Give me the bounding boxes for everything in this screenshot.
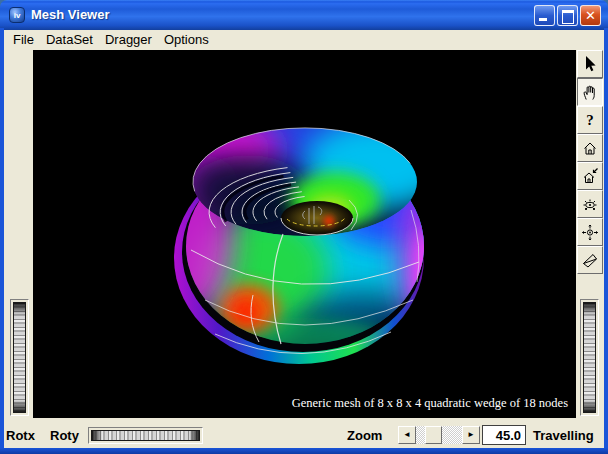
window-border-left — [0, 28, 4, 454]
help-icon: ? — [586, 112, 594, 129]
zoom-slider-left-arrow[interactable]: ◄ — [398, 426, 416, 444]
zoom-slider-right-arrow[interactable]: ► — [462, 426, 480, 444]
maximize-button[interactable] — [557, 5, 578, 26]
rotx-thumbwheel[interactable] — [10, 299, 29, 416]
view-all-button[interactable] — [577, 190, 603, 218]
home-button[interactable] — [577, 134, 603, 162]
seek-button[interactable] — [577, 218, 603, 246]
menu-options[interactable]: Options — [158, 30, 215, 49]
viewer-mode-label: Travelling — [533, 428, 594, 443]
window-border-bottom — [0, 448, 608, 454]
seek-crosshair-icon — [581, 223, 599, 241]
pan-hand-button[interactable] — [577, 78, 603, 106]
pointer-button[interactable] — [577, 50, 603, 78]
zoom-label: Zoom — [347, 428, 382, 443]
viewer-toolbar: ? — [577, 50, 604, 274]
scene-caption: Generic mesh of 8 x 8 x 4 quadratic wedg… — [292, 396, 568, 411]
app-icon: iv — [9, 7, 25, 23]
projection-button[interactable] — [577, 246, 603, 274]
window-border-right — [604, 28, 608, 454]
rotx-label: Rotx — [6, 428, 35, 443]
render-viewport[interactable]: Generic mesh of 8 x 8 x 4 quadratic wedg… — [33, 50, 576, 418]
projection-icon — [581, 251, 599, 269]
window-title: Mesh Viewer — [31, 0, 110, 30]
zoom-value-field[interactable] — [482, 425, 526, 445]
minimize-button[interactable] — [534, 5, 555, 26]
help-button[interactable]: ? — [577, 106, 603, 134]
set-home-icon — [581, 167, 599, 185]
menu-dataset[interactable]: DataSet — [40, 30, 99, 49]
hand-icon — [581, 83, 599, 101]
roty-label: Roty — [50, 428, 79, 443]
dolly-thumbwheel[interactable] — [580, 299, 599, 416]
set-home-button[interactable] — [577, 162, 603, 190]
pointer-icon — [581, 55, 599, 73]
torus-mesh-rendering — [33, 50, 576, 418]
menubar: File DataSet Dragger Options — [4, 30, 604, 49]
zoom-slider-track[interactable] — [416, 426, 462, 444]
close-button[interactable]: ✕ — [580, 5, 601, 26]
menu-dragger[interactable]: Dragger — [99, 30, 158, 49]
home-icon — [581, 139, 599, 157]
roty-thumbwheel[interactable] — [88, 427, 203, 444]
app-window: iv Mesh Viewer ✕ File DataSet Dragger Op… — [0, 0, 608, 454]
view-all-eye-icon — [581, 195, 599, 213]
zoom-slider-thumb[interactable] — [425, 426, 442, 444]
menu-file[interactable]: File — [7, 30, 40, 49]
titlebar[interactable]: iv Mesh Viewer ✕ — [0, 0, 608, 30]
